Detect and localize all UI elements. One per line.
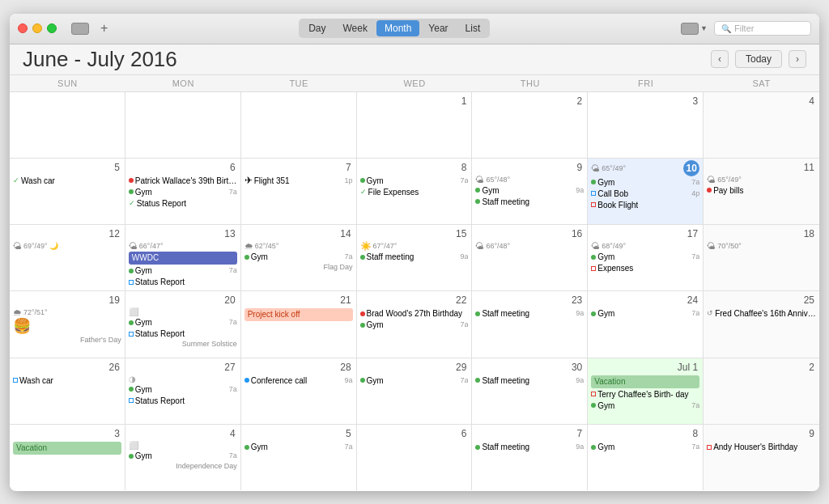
event[interactable]: Gym 7a	[129, 317, 237, 328]
day-cell[interactable]: 5 ✓ Wash car	[10, 159, 125, 224]
day-cell[interactable]: 17 🌤68°/49° Gym 7a Expenses	[588, 225, 704, 290]
tab-day[interactable]: Day	[300, 20, 334, 36]
zoom-button[interactable]	[47, 23, 57, 33]
minimize-button[interactable]	[32, 23, 42, 33]
event[interactable]: Gym 7a	[129, 451, 237, 461]
event[interactable]: Patrick Wallace's 39th Birthday	[129, 176, 237, 186]
next-month-button[interactable]: ›	[789, 50, 806, 68]
day-cell[interactable]: 12 🌤69°/49° 🌙	[10, 225, 125, 290]
day-cell[interactable]: 8 Gym 7a ✓ File Expenses	[357, 159, 473, 224]
day-cell[interactable]: 26 Wash car	[10, 358, 125, 424]
event[interactable]: Pay bills	[707, 185, 816, 196]
event[interactable]: Gym 7a	[360, 375, 469, 386]
tab-list[interactable]: List	[457, 20, 489, 36]
event[interactable]: Gym 7a	[360, 320, 469, 330]
today-cell[interactable]: 🌤65°/49° 10 Gym 7a Call Bob 4p	[588, 159, 704, 224]
day-cell[interactable]: 25 ↺ Fred Chaffee's 16th Anniversary	[704, 291, 819, 357]
filter-input[interactable]: 🔍Filter	[714, 21, 811, 36]
event[interactable]: Gym 7a	[129, 384, 237, 395]
day-cell[interactable]: 1	[357, 92, 473, 158]
day-cell[interactable]: 20 ⬜ Gym 7a Status Report Summer Solstic…	[125, 291, 241, 357]
day-cell[interactable]: 3 Vacation	[10, 425, 125, 490]
event[interactable]: Andy Houser's Birthday	[707, 442, 816, 452]
add-event-button[interactable]: +	[100, 21, 108, 36]
day-cell[interactable]: 18 🌤70°/50°	[704, 225, 819, 290]
day-cell[interactable]: 29 Gym 7a	[357, 358, 473, 424]
vacation-event[interactable]: Vacation	[591, 375, 699, 388]
day-cell[interactable]	[10, 92, 125, 158]
event[interactable]: Book Flight	[591, 200, 699, 210]
day-cell[interactable]: 3	[588, 92, 704, 158]
day-cell[interactable]: 6 Patrick Wallace's 39th Birthday Gym 7a…	[125, 159, 241, 224]
event[interactable]: Gym 7a	[244, 252, 353, 262]
tab-month[interactable]: Month	[376, 20, 419, 36]
event[interactable]: Gym 7a	[591, 308, 699, 319]
day-cell[interactable]	[241, 92, 357, 158]
prev-month-button[interactable]: ‹	[711, 50, 729, 68]
day-cell[interactable]: 9 🌤65°/48° Gym 9a Staff meeting	[472, 159, 588, 224]
day-cell[interactable]: 24 Gym 7a	[588, 291, 704, 357]
day-cell[interactable]: 14 🌧62°/45° Gym 7a Flag Day	[241, 225, 357, 290]
day-cell[interactable]: 23 Staff meeting 9a	[472, 291, 588, 357]
day-cell[interactable]: 9 Andy Houser's Birthday	[704, 425, 819, 490]
event[interactable]: Call Bob 4p	[591, 188, 699, 199]
day-cell[interactable]	[125, 92, 241, 158]
day-cell[interactable]: 5 Gym 7a	[241, 425, 357, 490]
day-cell[interactable]: 16 🌤66°/48°	[472, 225, 588, 290]
day-cell[interactable]: 27 ◑ Gym 7a Status Report	[125, 358, 241, 424]
day-cell[interactable]: 15 ☀️67°/47° Staff meeting 9a	[357, 225, 473, 290]
event[interactable]: ✓ Wash car	[13, 176, 121, 186]
day-cell[interactable]: 2	[472, 92, 588, 158]
day-cell[interactable]: 30 Staff meeting 9a	[472, 358, 588, 424]
day-cell[interactable]: 22 Brad Wood's 27th Birthday Gym 7a	[357, 291, 473, 357]
event[interactable]: Status Report	[129, 396, 237, 406]
day-cell-jul1[interactable]: Jul 1 Vacation Terry Chaffee's Birth- da…	[588, 358, 704, 424]
event[interactable]: Gym 7a	[360, 176, 469, 186]
close-button[interactable]	[18, 23, 28, 33]
event[interactable]: Gym 7a	[591, 442, 699, 452]
day-cell[interactable]: 4 ⬜ Gym 7a Independence Day	[125, 425, 241, 490]
day-cell[interactable]: 28 Conference call 9a	[241, 358, 357, 424]
sidebar-toggle-icon[interactable]	[71, 23, 89, 35]
day-cell[interactable]: 19 🌧72°/51° 🍔 Father's Day	[10, 291, 125, 357]
event[interactable]: Gym 7a	[591, 252, 699, 262]
day-cell[interactable]: 7 Staff meeting 9a	[472, 425, 588, 490]
event[interactable]: Staff meeting	[475, 197, 584, 207]
day-cell[interactable]: 21 Project kick off	[241, 291, 357, 357]
event[interactable]: Staff meeting 9a	[475, 308, 584, 319]
event[interactable]: ✓ Status Report	[129, 198, 237, 209]
event[interactable]: Gym 7a	[244, 442, 353, 452]
day-cell[interactable]: 2	[704, 358, 819, 424]
wwdc-event[interactable]: WWDC	[129, 252, 237, 265]
day-cell[interactable]: 13 🌤66°/47° WWDC Gym 7a Status Report	[125, 225, 241, 290]
vacation-event[interactable]: Vacation	[13, 442, 121, 455]
event[interactable]: Brad Wood's 27th Birthday	[360, 308, 469, 319]
tab-year[interactable]: Year	[420, 20, 456, 36]
event[interactable]: Expenses	[591, 263, 699, 273]
event[interactable]: ✓ File Expenses	[360, 187, 469, 197]
event[interactable]: Staff meeting 9a	[475, 375, 584, 386]
event[interactable]: ↺ Fred Chaffee's 16th Anniversary	[707, 308, 816, 319]
sidebar-view-icon[interactable]: ▼	[681, 23, 708, 35]
event[interactable]: Gym 7a	[591, 177, 699, 188]
event[interactable]: Staff meeting 9a	[475, 442, 584, 452]
event[interactable]: Status Report	[129, 277, 237, 287]
day-cell[interactable]: 4	[704, 92, 819, 158]
today-button[interactable]: Today	[735, 50, 782, 68]
day-cell[interactable]: 8 Gym 7a	[588, 425, 704, 490]
event[interactable]: Staff meeting 9a	[360, 252, 469, 262]
event[interactable]: Status Report	[129, 328, 237, 339]
event[interactable]: Wash car	[13, 375, 121, 386]
day-cell[interactable]: 7 ✈ Flight 351 1p	[241, 159, 357, 224]
day-cell[interactable]: 6	[357, 425, 473, 490]
day-cell[interactable]: 11 🌤65°/49° Pay bills	[704, 159, 819, 224]
event[interactable]: Terry Chaffee's Birth- day	[591, 389, 699, 400]
event[interactable]: Conference call 9a	[244, 375, 353, 386]
event[interactable]: ✈ Flight 351 1p	[244, 176, 353, 186]
event[interactable]: Gym 9a	[475, 185, 584, 196]
tab-week[interactable]: Week	[335, 20, 376, 36]
event[interactable]: Gym 7a	[591, 400, 699, 411]
event[interactable]: Gym 7a	[129, 187, 237, 197]
project-kickoff-event[interactable]: Project kick off	[244, 308, 353, 321]
event[interactable]: Gym 7a	[129, 265, 237, 276]
